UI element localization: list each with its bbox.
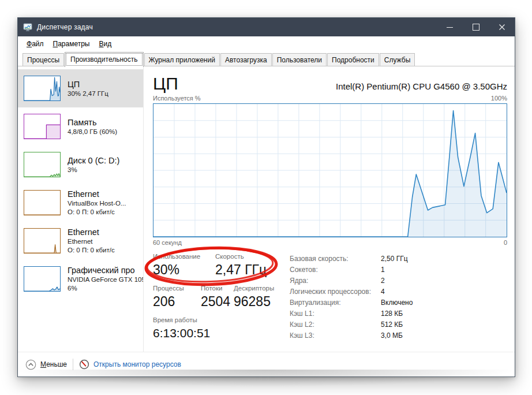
chevron-up-circle-icon	[25, 359, 36, 370]
resource-monitor-label: Открыть монитор ресурсов	[93, 360, 181, 368]
tab-services[interactable]: Службы	[380, 53, 415, 66]
sidebar-item-text: Ethernet VirtualBox Host-O... О: 0 П: 0 …	[68, 189, 126, 217]
handles-label: Дескрипторы	[234, 284, 290, 293]
spec-row: Базовая скорость:2,50 ГГц	[290, 254, 413, 264]
close-button[interactable]	[489, 18, 515, 36]
usage-label: Использование	[153, 252, 215, 261]
minimize-icon	[447, 27, 453, 28]
cpu-model-name: Intel(R) Pentium(R) CPU G4560 @ 3.50GHz	[336, 81, 507, 94]
speed-value: 2,47 ГГц	[215, 261, 290, 279]
gpu-sparkline-thumbnail	[24, 266, 61, 292]
spec-row: Виртуализация:Включено	[290, 297, 413, 308]
uptime-label: Время работы	[153, 316, 290, 325]
open-resource-monitor-link[interactable]: Открыть монитор ресурсов	[79, 359, 181, 370]
spark-5	[24, 267, 60, 291]
sidebar-item-ethernet-virtualbox[interactable]: Ethernet VirtualBox Host-O... О: 0 П: 0 …	[18, 184, 143, 222]
sidebar-item-text: Графический про NVIDIA GeForce GTX 105 6…	[68, 265, 143, 293]
titlebar: Диспетчер задач	[18, 18, 515, 36]
handles-value: 96285	[234, 293, 290, 311]
sidebar-item-memory[interactable]: Память 4,8/8,0 ГБ (60%)	[18, 107, 143, 146]
tab-performance[interactable]: Производительность	[65, 52, 143, 67]
tab-users[interactable]: Пользователи	[272, 53, 327, 66]
menu-bar: Файл Параметры Вид	[18, 36, 515, 51]
performance-content: ЦП 30% 2,47 ГГц Память 4,8/8,0 ГБ (60%) …	[18, 66, 515, 352]
window-title: Диспетчер задач	[37, 23, 93, 31]
cpu-spec-list: Базовая скорость:2,50 ГГц Сокетов:1 Ядра…	[290, 252, 413, 341]
ethernet1-sparkline-thumbnail	[24, 190, 61, 215]
spec-row: Логических процессоров:4	[290, 286, 413, 297]
menu-view[interactable]: Вид	[94, 38, 116, 50]
sidebar-item-text: Диск 0 (C: D:) 3%	[68, 155, 119, 174]
cpu-detail-pane: ЦП Intel(R) Pentium(R) CPU G4560 @ 3.50G…	[144, 66, 515, 352]
chart-x-axis-right-label: 0	[504, 239, 507, 246]
cpu-sparkline-thumbnail	[24, 76, 61, 101]
cpu-big-stats: Использование Скорость 30% 2,47 ГГц Проц…	[153, 252, 290, 341]
chart-bottom-labels: 60 секунд 0	[153, 239, 507, 246]
spark-0	[24, 76, 60, 100]
usage-value: 30%	[153, 261, 215, 279]
spec-row: Сокетов:1	[290, 264, 413, 275]
spec-row: Кэш L3:3,0 МБ	[290, 330, 413, 341]
processes-label: Процессы	[153, 284, 201, 293]
sidebar-item-text: ЦП 30% 2,47 ГГц	[68, 79, 108, 98]
disk-sparkline-thumbnail	[24, 152, 61, 177]
chart-max-label: 100%	[491, 95, 507, 102]
footer-bar: Меньше Открыть монитор ресурсов	[18, 352, 515, 377]
screenshot-canvas: Диспетчер задач Файл Параметры Вид Проце…	[0, 0, 532, 395]
memory-sparkline-thumbnail	[24, 114, 61, 139]
caption-buttons	[437, 18, 515, 36]
performance-sidebar: ЦП 30% 2,47 ГГц Память 4,8/8,0 ГБ (60%) …	[18, 66, 144, 352]
uptime-group: Время работы 6:13:00:51	[153, 316, 290, 341]
tab-strip: Процессы Производительность Журнал прило…	[18, 51, 515, 66]
tab-processes[interactable]: Процессы	[23, 53, 64, 66]
sidebar-item-text: Память 4,8/8,0 ГБ (60%)	[68, 117, 117, 136]
maximize-button[interactable]	[463, 18, 489, 36]
sidebar-item-disk0[interactable]: Диск 0 (C: D:) 3%	[18, 146, 143, 184]
resource-monitor-gauge-icon	[79, 359, 89, 370]
chart-y-axis-label: Используется %	[153, 95, 201, 102]
cpu-chart-svg	[153, 104, 507, 237]
threads-value: 2504	[201, 293, 234, 311]
page-title: ЦП	[153, 73, 178, 94]
fewer-details-button[interactable]: Меньше	[25, 359, 67, 370]
usage-speed-group: Использование Скорость 30% 2,47 ГГц	[153, 252, 290, 279]
fewer-details-label: Меньше	[40, 360, 67, 368]
cpu-header: ЦП Intel(R) Pentium(R) CPU G4560 @ 3.50G…	[153, 73, 507, 94]
tab-app-history[interactable]: Журнал приложений	[144, 53, 220, 66]
cpu-usage-chart	[153, 103, 507, 237]
task-manager-window: Диспетчер задач Файл Параметры Вид Проце…	[17, 17, 515, 377]
spec-row: Ядра:2	[290, 275, 413, 286]
chart-top-labels: Используется % 100%	[153, 95, 507, 102]
spark-2	[24, 152, 60, 177]
uptime-value: 6:13:00:51	[153, 325, 290, 341]
speed-label: Скорость	[215, 252, 290, 261]
process-thread-handle-group: Процессы Потоки Дескрипторы 206 2504 962…	[153, 284, 290, 311]
app-icon[interactable]	[23, 23, 32, 32]
spark-4	[24, 229, 60, 253]
tab-startup[interactable]: Автозагрузка	[220, 53, 272, 66]
footer-divider	[73, 359, 73, 370]
sidebar-item-gpu[interactable]: Графический про NVIDIA GeForce GTX 105 6…	[18, 260, 143, 298]
processes-value: 206	[153, 293, 201, 311]
spec-row: Кэш L2:512 КБ	[290, 319, 413, 330]
tab-details[interactable]: Подробности	[327, 53, 379, 66]
chart-x-axis-left-label: 60 секунд	[153, 239, 182, 246]
sidebar-item-text: Ethernet Ethernet О: 0 П: 0 кбит/с	[68, 227, 115, 255]
spark-1	[24, 114, 60, 139]
close-icon	[499, 24, 505, 31]
spec-row: Кэш L1:128 КБ	[290, 308, 413, 319]
ethernet2-sparkline-thumbnail	[24, 228, 61, 254]
maximize-icon	[473, 24, 479, 31]
threads-label: Потоки	[201, 284, 234, 293]
spark-3	[24, 191, 60, 215]
sidebar-item-ethernet[interactable]: Ethernet Ethernet О: 0 П: 0 кбит/с	[18, 222, 143, 260]
sidebar-item-cpu[interactable]: ЦП 30% 2,47 ГГц	[18, 69, 143, 107]
menu-options[interactable]: Параметры	[48, 38, 95, 50]
minimize-button[interactable]	[437, 18, 463, 36]
cpu-stats: Использование Скорость 30% 2,47 ГГц Проц…	[153, 252, 507, 341]
menu-file[interactable]: Файл	[22, 38, 48, 50]
